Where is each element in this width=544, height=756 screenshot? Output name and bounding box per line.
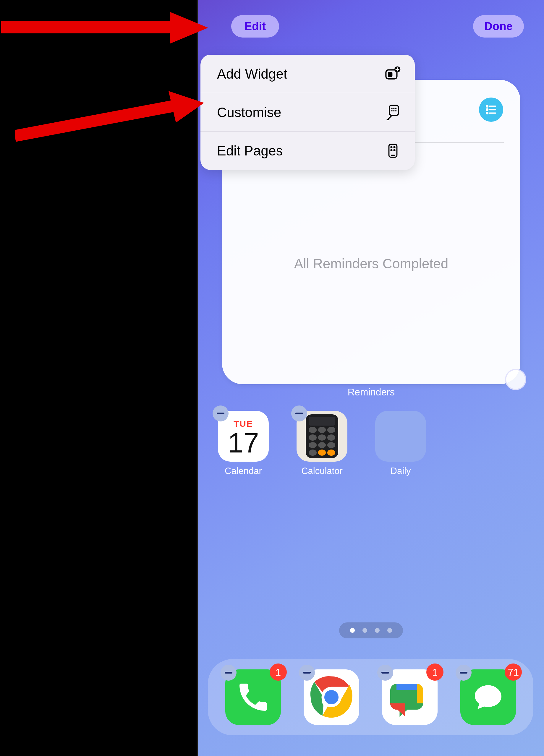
notification-badge: 1 [426, 663, 444, 681]
dock-app-google-chat[interactable]: 1 [382, 669, 438, 725]
svg-rect-19 [391, 149, 393, 151]
svg-point-11 [393, 108, 394, 109]
page-dot [350, 628, 355, 633]
remove-app-button[interactable] [456, 665, 472, 681]
reminders-widget-label: Reminders [222, 387, 520, 398]
menu-item-label: Add Widget [217, 66, 288, 82]
svg-rect-17 [391, 146, 393, 148]
menu-item-label: Customise [217, 104, 281, 120]
dock: 1 1 71 [208, 659, 533, 735]
notification-badge: 71 [505, 663, 522, 681]
menu-item-edit-pages[interactable]: Edit Pages [200, 132, 415, 170]
app-label: Calendar [225, 466, 262, 476]
page-dot [375, 628, 380, 633]
svg-point-15 [395, 110, 397, 111]
iphone-home-screen-edit-mode: Edit Done All Reminders Completed Remind… [196, 0, 544, 756]
home-apps-row: TUE 17 Calendar Calculator [218, 411, 426, 476]
annotation-arrow-to-customise [15, 89, 204, 142]
menu-item-add-widget[interactable]: Add Widget [200, 55, 415, 93]
customise-icon [384, 104, 402, 121]
remove-app-button[interactable] [291, 405, 307, 421]
app-calculator[interactable]: Calculator [297, 411, 348, 476]
reminders-list-icon [479, 98, 503, 122]
svg-point-4 [486, 112, 488, 114]
menu-item-customise[interactable]: Customise [200, 93, 415, 132]
edit-context-menu: Add Widget Customise Edit Pages [200, 55, 415, 170]
edit-button[interactable]: Edit [231, 15, 279, 38]
calendar-day-number: 17 [228, 429, 259, 457]
remove-app-button[interactable] [220, 665, 236, 681]
annotation-arrow-to-edit [1, 9, 208, 47]
reminders-completed-text: All Reminders Completed [222, 256, 520, 272]
svg-point-12 [395, 108, 397, 109]
svg-point-0 [486, 106, 488, 107]
svg-rect-7 [388, 72, 392, 77]
svg-point-10 [391, 108, 392, 109]
app-label: Daily [391, 466, 411, 476]
svg-line-27 [15, 106, 174, 136]
svg-point-14 [393, 110, 394, 111]
svg-point-13 [391, 110, 392, 111]
app-daily[interactable]: Daily [375, 411, 426, 476]
page-dot [363, 628, 367, 633]
edit-pages-icon [384, 142, 402, 159]
dock-app-chrome[interactable] [304, 669, 359, 725]
app-label: Calculator [301, 466, 343, 476]
remove-app-button[interactable] [212, 405, 228, 421]
notification-badge: 1 [269, 663, 287, 681]
page-dot [387, 628, 392, 633]
done-button[interactable]: Done [473, 15, 524, 38]
svg-point-2 [486, 109, 488, 111]
app-calendar[interactable]: TUE 17 Calendar [218, 411, 269, 476]
svg-rect-20 [394, 149, 396, 151]
dock-app-phone[interactable]: 1 [225, 669, 281, 725]
page-indicator[interactable] [339, 622, 403, 638]
remove-app-button[interactable] [299, 665, 315, 681]
dock-app-messages[interactable]: 71 [460, 669, 516, 725]
remove-app-button[interactable] [377, 665, 393, 681]
menu-item-label: Edit Pages [217, 143, 283, 159]
add-widget-icon [384, 65, 402, 82]
daily-icon [375, 411, 426, 462]
svg-rect-18 [394, 146, 396, 148]
